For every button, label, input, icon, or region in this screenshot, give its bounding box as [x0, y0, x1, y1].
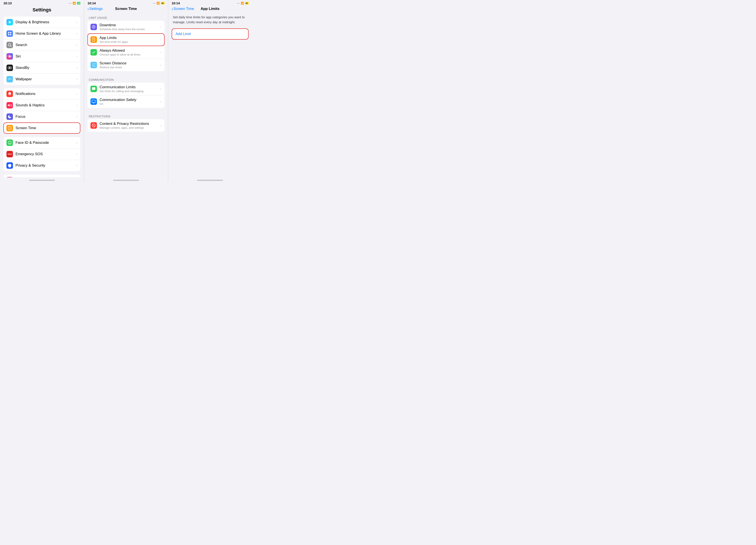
settings-item-siri[interactable]: Siri › [3, 51, 80, 62]
display-icon [6, 19, 13, 25]
time-3: 10:14 [172, 1, 180, 5]
home-indicator-2 [113, 180, 139, 181]
svg-point-0 [9, 21, 11, 23]
applimits-scroll[interactable]: Set daily time limits for app categories… [168, 13, 252, 177]
screentime-item-commsafety[interactable]: Communication Safety On › [87, 95, 164, 108]
screentime-item-downtime[interactable]: Downtime Schedule time away from the scr… [87, 21, 164, 33]
status-icons-1: ···· 📶 24 [69, 2, 80, 5]
settings-group-4: Game Center › iCloud › [3, 175, 80, 177]
notifications-icon-box [6, 91, 13, 97]
communication-group: Communication Limits Set limits for call… [87, 83, 164, 108]
commlimits-text: Communication Limits Set limits for call… [100, 85, 160, 93]
settings-item-sos[interactable]: SOS Emergency SOS › [3, 149, 80, 160]
screentime-item-commlimits[interactable]: Communication Limits Set limits for call… [87, 83, 164, 95]
status-icons-3: ···· 📶 4+ [237, 2, 249, 5]
search-label: Search [16, 43, 76, 47]
wifi-icon-2: 📶 [157, 2, 160, 5]
distance-chevron: › [160, 63, 161, 67]
commsafety-icon-box [90, 98, 97, 105]
standby-icon-box [6, 65, 13, 71]
settings-scroll[interactable]: Display & Brightness › Home Screen & App… [0, 17, 84, 177]
panel-applimits: 10:14 ···· 📶 4+ ‹ Screen Time App Limits… [168, 0, 252, 182]
section-restrictions: RESTRICTIONS [87, 111, 164, 119]
focus-label: Focus [16, 115, 76, 119]
settings-item-search[interactable]: Search › [3, 39, 80, 51]
settings-item-homescreen[interactable]: Home Screen & App Library › [3, 28, 80, 39]
add-limit-button[interactable]: Add Limit [172, 28, 249, 40]
screentime-item-applimits[interactable]: App Limits Set time limits for apps › [87, 33, 164, 46]
settings-item-privacy[interactable]: Privacy & Security › [3, 160, 80, 171]
display-label: Display & Brightness [16, 20, 76, 24]
notifications-chevron: › [76, 92, 77, 96]
svg-point-5 [8, 44, 11, 46]
settings-item-standby[interactable]: StandBy › [3, 62, 80, 74]
standby-label: StandBy [16, 66, 76, 70]
homescreen-icon [6, 30, 13, 37]
screentime-label: Screen Time [16, 126, 76, 130]
wifi-icon-1: 📶 [73, 2, 76, 5]
settings-item-screentime[interactable]: Screen Time › [3, 123, 80, 134]
home-indicator-3 [197, 180, 223, 181]
screentime-item-content[interactable]: Content & Privacy Restrictions Manage co… [87, 119, 164, 132]
svg-rect-1 [8, 32, 9, 33]
settings-group-3: Face ID & Passcode › SOS Emergency SOS ›… [3, 137, 80, 171]
bottom-bar-3 [168, 177, 252, 182]
svg-rect-19 [92, 100, 96, 103]
time-1: 10:13 [3, 1, 12, 5]
homescreen-chevron: › [76, 32, 77, 36]
back-to-screentime[interactable]: ‹ Screen Time [172, 7, 194, 11]
nav-bar-applimits: ‹ Screen Time App Limits [168, 6, 252, 13]
signal-icon-3: ···· [237, 2, 240, 5]
settings-item-wallpaper[interactable]: Wallpaper › [3, 74, 80, 85]
battery-badge-2: 4+ [161, 2, 164, 5]
settings-item-display[interactable]: Display & Brightness › [3, 17, 80, 28]
applimits-description: Set daily time limits for app categories… [172, 13, 249, 28]
nav-bar-settings: Settings [0, 6, 84, 17]
notifications-label: Notifications [16, 92, 76, 96]
wallpaper-chevron: › [76, 77, 77, 81]
standby-chevron: › [76, 66, 77, 70]
applimits-nav-title: App Limits [201, 7, 219, 11]
screentime-item-distance[interactable]: Screen Distance Reduce eye strain › [87, 59, 164, 71]
commlimits-icon-box [90, 86, 97, 92]
settings-item-notifications[interactable]: Notifications › [3, 88, 80, 100]
svg-rect-14 [8, 141, 11, 144]
faceid-label: Face ID & Passcode [16, 141, 76, 145]
time-2: 10:14 [87, 1, 96, 5]
wallpaper-icon-box [6, 76, 13, 82]
signal-icon-1: ···· [69, 2, 72, 5]
back-label-3: Screen Time [173, 7, 194, 11]
svg-line-21 [92, 124, 95, 127]
settings-item-gamecenter[interactable]: Game Center › [3, 175, 80, 177]
distance-text: Screen Distance Reduce eye strain [100, 61, 160, 69]
status-bar-1: 10:13 ···· 📶 24 [0, 0, 84, 6]
content-icon-box [90, 122, 97, 129]
section-communication: COMMUNICATION [87, 75, 164, 83]
back-label-2: Settings [89, 7, 103, 11]
homescreen-label: Home Screen & App Library [16, 31, 76, 36]
back-to-settings[interactable]: ‹ Settings [87, 7, 103, 11]
panel-settings: 10:13 ···· 📶 24 Settings Display & Brigh… [0, 0, 84, 182]
screentime-scroll[interactable]: LIMIT USAGE Downtime Schedule time away … [84, 13, 168, 177]
display-chevron: › [76, 20, 77, 24]
wifi-icon-3: 📶 [241, 2, 244, 5]
restrictions-group: Content & Privacy Restrictions Manage co… [87, 119, 164, 132]
screentime-nav-title: Screen Time [115, 7, 137, 11]
commsafety-chevron: › [160, 100, 161, 104]
siri-label: Siri [16, 54, 76, 59]
downtime-text: Downtime Schedule time away from the scr… [100, 23, 160, 31]
bottom-bar-2 [84, 177, 168, 182]
svg-rect-3 [8, 34, 9, 35]
battery-badge-3: 4+ [245, 2, 249, 5]
screentime-chevron: › [76, 126, 77, 130]
privacy-label: Privacy & Security [16, 163, 76, 168]
screentime-item-allowed[interactable]: Always Allowed Choose apps to allow at a… [87, 46, 164, 59]
settings-item-sounds[interactable]: Sounds & Haptics › [3, 100, 80, 111]
back-chevron-2: ‹ [87, 7, 89, 11]
commsafety-text: Communication Safety On [100, 98, 160, 106]
focus-icon-box [6, 114, 13, 120]
svg-marker-12 [8, 104, 10, 107]
settings-item-focus[interactable]: Focus › [3, 111, 80, 123]
sounds-label: Sounds & Haptics [16, 103, 76, 107]
settings-item-faceid[interactable]: Face ID & Passcode › [3, 137, 80, 149]
